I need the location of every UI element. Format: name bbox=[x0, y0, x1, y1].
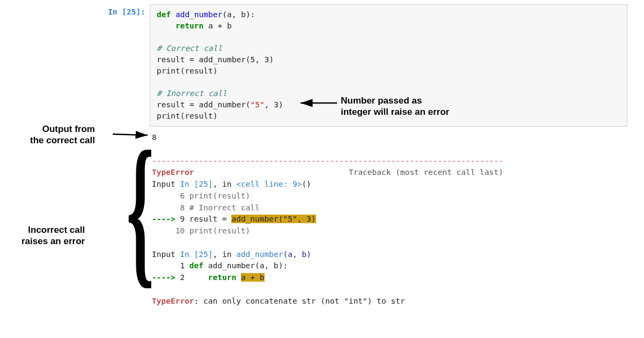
return-expr: a + b bbox=[203, 21, 231, 30]
annotation-output-correct: Output from the correct call bbox=[30, 123, 95, 146]
annotation-number-passed: Number passed as integer will raise an e… bbox=[341, 95, 449, 118]
tb-arrow-2: ----> bbox=[152, 273, 180, 282]
tb2-in: , in bbox=[213, 250, 237, 259]
output-area: 8 --------------------------------------… bbox=[152, 132, 630, 307]
tb-highlight-call: add_number("5", 3) bbox=[231, 215, 316, 223]
prompt-number: 25 bbox=[127, 8, 136, 16]
tb-location: <cell line: 9> bbox=[236, 180, 302, 188]
params: (a, b): bbox=[222, 10, 255, 19]
tb-def-rest: add_number(a, b): bbox=[203, 261, 288, 270]
function-name: add_number bbox=[175, 10, 222, 19]
keyword-return: return bbox=[175, 21, 203, 30]
tb-line-10: 10 print(result) bbox=[152, 226, 250, 235]
tb-def-kw: def bbox=[189, 261, 203, 270]
comment-correct: # Correct call bbox=[157, 44, 222, 53]
tb-highlight-expr: a + b bbox=[241, 273, 265, 282]
brace-icon: { bbox=[127, 126, 154, 293]
comment-incorrect: # Inorrect call bbox=[157, 89, 227, 98]
string-literal: "5" bbox=[251, 100, 265, 109]
tb-line-6: 6 print(result) bbox=[152, 192, 250, 200]
code-line-5: result = add_number(5, 3) bbox=[157, 55, 274, 64]
prompt-label: In [ bbox=[108, 8, 127, 16]
tb2-params: (a, b) bbox=[283, 250, 311, 259]
tb-in: , in bbox=[213, 180, 237, 188]
error-separator: ----------------------------------------… bbox=[152, 157, 503, 165]
code-line-6: print(result) bbox=[157, 67, 218, 75]
tb-line-8: 8 # Inorrect call bbox=[152, 203, 260, 212]
final-error-name: TypeError bbox=[152, 297, 194, 305]
input-prompt: In [25]: bbox=[105, 4, 150, 16]
tb-lineno-9: 9 bbox=[180, 215, 189, 223]
final-error-msg: : can only concatenate str (not "int") t… bbox=[194, 297, 405, 305]
tb-lineno-2: 2 bbox=[180, 273, 208, 282]
tb2-input: Input bbox=[152, 250, 180, 259]
code-line-9a: result = add_number( bbox=[157, 100, 251, 109]
tb2-fn: add_number bbox=[236, 250, 283, 259]
tb-arrow: ----> bbox=[152, 215, 180, 223]
code-line-9b: , 3) bbox=[265, 100, 283, 109]
tb-return-kw: return bbox=[208, 273, 236, 282]
annotation-incorrect-call: Incorrect call raises an error bbox=[21, 224, 85, 247]
tb-input: Input bbox=[152, 180, 180, 188]
traceback-label: Traceback (most recent call last) bbox=[349, 168, 503, 177]
tb2-cellref: In [25] bbox=[180, 250, 213, 259]
tb-def-lineno: 1 bbox=[152, 261, 189, 270]
tb-assign: result = bbox=[189, 215, 232, 223]
tb-cellref: In [25] bbox=[180, 180, 213, 188]
tb-parens: () bbox=[302, 180, 311, 188]
code-line-10: print(result) bbox=[157, 112, 218, 120]
prompt-close: ]: bbox=[136, 8, 145, 16]
keyword-def: def bbox=[157, 10, 175, 19]
error-name: TypeError bbox=[152, 168, 194, 177]
